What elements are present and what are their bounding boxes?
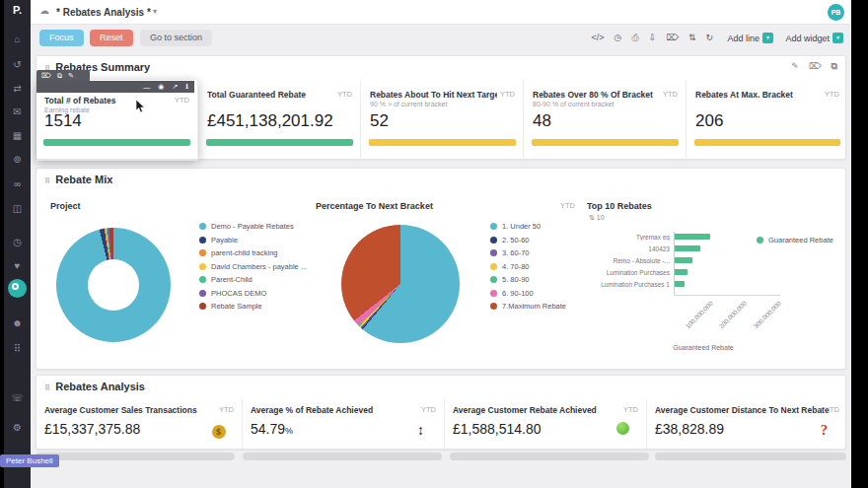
add-line-button[interactable]: Add line ▾: [727, 33, 773, 43]
rebates-summary-section: ⠿Rebates Summary ✎ ⌦ ⧉ ⌦ ⧉ ✎ —: [36, 55, 846, 160]
kpi-value: £451,138,201.92: [207, 111, 333, 131]
transfer-icon[interactable]: ⇄: [4, 83, 31, 95]
legend-item[interactable]: David Chambers - payable ...: [199, 260, 307, 274]
trash-icon[interactable]: ⌦: [809, 61, 822, 72]
home-icon[interactable]: ⌂: [4, 34, 31, 45]
focus-button[interactable]: Focus: [39, 30, 84, 46]
kpi-status-bar: [369, 139, 516, 146]
legend-item[interactable]: Demo - Payable Rebates: [199, 220, 307, 234]
edit-icon[interactable]: ✎: [791, 61, 799, 72]
print-icon[interactable]: ⎙: [631, 33, 638, 43]
minimize-icon[interactable]: —: [143, 84, 150, 91]
legend-swatch: [490, 249, 497, 256]
legend-item[interactable]: Rebate Sample: [199, 300, 307, 314]
download-icon[interactable]: ⇩: [649, 33, 657, 43]
loading-bar: [36, 453, 235, 460]
legend-item[interactable]: Parent-Child: [199, 273, 307, 287]
bar[interactable]: [675, 281, 685, 287]
add-widget-label: Add widget: [785, 34, 830, 43]
kpi-avg-customer-rebate[interactable]: Average Customer Rebate Achieved YTD £1,…: [445, 399, 647, 449]
history-icon[interactable]: ↺: [4, 59, 31, 71]
info-icon[interactable]: ℹ: [185, 83, 188, 91]
sync-icon[interactable]: ∞: [4, 178, 31, 190]
drag-handle-icon[interactable]: ⠿: [44, 176, 50, 185]
add-widget-chevron-icon[interactable]: ▾: [832, 33, 843, 43]
grid-icon[interactable]: ▦: [4, 130, 31, 142]
kpi-rebates-max-bracket[interactable]: Rebates At Max. Bracket YTD 206: [687, 80, 847, 161]
user-avatar[interactable]: PB: [828, 4, 844, 21]
bar[interactable]: [675, 269, 687, 275]
legend-item[interactable]: 7.Maximum Rebate: [490, 300, 566, 314]
legend-item[interactable]: 5. 80-90: [490, 273, 566, 287]
legend-item[interactable]: parent-child tracking: [199, 246, 307, 260]
kpi-rebates-next-target[interactable]: Rebates About To Hit Next Target 90 % > …: [362, 80, 524, 161]
go-to-section-button[interactable]: Go to section: [140, 30, 212, 46]
legend-label: Parent-Child: [211, 275, 253, 284]
code-icon[interactable]: </>: [592, 33, 605, 43]
bar[interactable]: [675, 257, 692, 263]
trash-icon[interactable]: ⌦: [41, 72, 51, 80]
bar[interactable]: [675, 234, 710, 240]
legend-item[interactable]: 6. 90-100: [490, 287, 566, 301]
bar-category-label: Remo - Absolute -...: [586, 257, 670, 264]
legend-swatch: [490, 223, 497, 230]
rebates-app-icon[interactable]: [8, 279, 27, 298]
legend-swatch: [490, 290, 497, 297]
legend-item[interactable]: 1. Under 50: [490, 220, 566, 234]
project-donut-chart[interactable]: [56, 228, 171, 342]
toolbar-icons: </> ◷ ⎙ ⇩ ⌦ ⇅ ↻: [592, 33, 713, 43]
widget-mini-toolbar: ⌦ ⧉ ✎: [36, 70, 90, 81]
recent-icon[interactable]: ◷: [4, 237, 31, 248]
loading-bar: [243, 453, 442, 460]
kpi-subtitle: 80-90 % of current bracket: [533, 101, 615, 107]
bar[interactable]: [675, 245, 700, 251]
bar-category-label: 140423: [586, 245, 670, 252]
apps-icon[interactable]: ⠿: [4, 343, 31, 355]
copy-icon[interactable]: ⧉: [832, 61, 837, 72]
legend-item[interactable]: 2. 50-60: [490, 234, 566, 247]
profile-icon[interactable]: ☻: [4, 317, 31, 329]
legend-item[interactable]: 3. 60-70: [490, 246, 566, 260]
copy-icon[interactable]: ⧉: [57, 72, 62, 80]
bracket-pie-chart[interactable]: [341, 225, 460, 343]
reset-button[interactable]: Reset: [90, 30, 133, 46]
legend-item[interactable]: Payable: [199, 234, 307, 247]
mouse-cursor: [135, 100, 146, 114]
kpi-title: Total Guaranteed Rebate: [207, 90, 334, 100]
favorites-icon[interactable]: ♥: [4, 260, 31, 272]
bar-track: [675, 234, 777, 240]
kpi-avg-distance-next-rebate[interactable]: Average Customer Distance To Next Rebate…: [647, 399, 847, 449]
legend-swatch: [490, 237, 497, 244]
refresh-icon[interactable]: ↻: [705, 33, 713, 43]
kpi-total-rebates[interactable]: ⌦ ⧉ ✎ — ◉ ↗ ℹ Total # of Rebates Earning…: [36, 80, 198, 161]
camera-icon[interactable]: ◉: [158, 83, 164, 91]
swap-icon[interactable]: ⇅: [688, 33, 696, 43]
records-icon[interactable]: ⊚: [4, 154, 31, 166]
kpi-value: £1,588,514.80: [453, 421, 542, 437]
team-icon[interactable]: ◫: [4, 203, 31, 215]
messages-icon[interactable]: ✉: [4, 106, 31, 118]
kpi-avg-rebate-achieved-pct[interactable]: Average % of Rebate Achieved YTD 54.79% …: [243, 399, 445, 449]
top10-filter[interactable]: ⇅ 10: [589, 214, 605, 222]
bracket-chart-title: Percentage To Next Bracket: [316, 201, 433, 211]
share-icon[interactable]: ↗: [172, 83, 178, 91]
settings-icon[interactable]: ⚙: [4, 422, 31, 434]
trash-icon[interactable]: ⌦: [666, 33, 679, 43]
legend-item[interactable]: 4. 70-80: [490, 260, 566, 274]
edit-icon[interactable]: ✎: [68, 72, 74, 80]
title-chevron-down-icon[interactable]: ▾: [153, 7, 157, 16]
drag-handle-icon[interactable]: ⠿: [44, 383, 50, 392]
money-bag-icon: $: [212, 425, 226, 439]
kpi-subtitle: 90 % > of current bracket: [370, 101, 447, 107]
clock-icon[interactable]: ◷: [615, 33, 622, 43]
kpi-rebates-over-80[interactable]: Rebates Over 80 % Of Bracket 80-90 % of …: [525, 80, 687, 161]
kpi-value: 206: [695, 111, 723, 131]
add-widget-button[interactable]: Add widget ▾: [785, 33, 843, 43]
kpi-total-guaranteed-rebate[interactable]: Total Guaranteed Rebate YTD £451,138,201…: [199, 80, 361, 161]
kpi-avg-sales-transactions[interactable]: Average Customer Sales Transactions YTD …: [36, 399, 243, 449]
phocas-logo[interactable]: P.: [4, 4, 31, 16]
support-icon[interactable]: ☏: [4, 392, 31, 404]
legend-item[interactable]: PHOCAS DEMO: [199, 287, 307, 301]
add-line-chevron-icon[interactable]: ▾: [762, 33, 773, 43]
legend-label: 7.Maximum Rebate: [502, 302, 566, 311]
